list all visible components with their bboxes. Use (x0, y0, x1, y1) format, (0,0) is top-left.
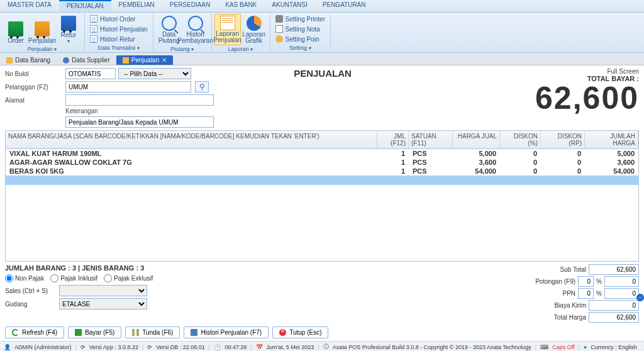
document-tabs: Data Barang Data Supplier Penjualan✕ (0, 53, 644, 65)
cart-green-icon (8, 21, 23, 36)
ribbon-histori-penjualan[interactable]: Histori Penjualan (87, 24, 150, 34)
magnify-icon (162, 16, 177, 31)
note-icon (275, 25, 283, 33)
ribbon-histori-retur[interactable]: Histori Retur (87, 34, 138, 44)
main-tabs: MASTER DATA PENJUALAN PEMBELIAN PERSEDIA… (0, 0, 644, 13)
close-icon[interactable]: ✕ (162, 57, 167, 64)
subtotal-value (589, 264, 639, 275)
report-icon (220, 16, 235, 30)
ribbon: Order Penjualan Retur▾ Penjualan ▾ Histo… (0, 13, 644, 53)
doc-tab-penjualan[interactable]: Penjualan✕ (116, 55, 173, 65)
tab-akuntansi[interactable]: AKUNTANSI (264, 0, 315, 12)
doc-tab-data-supplier[interactable]: Data Supplier (57, 55, 116, 65)
alamat-label: Alamat (5, 97, 62, 104)
refresh-icon (12, 329, 19, 336)
status-time: 09:47:28 (223, 344, 248, 350)
tab-kas-bank[interactable]: KAS BANK (218, 0, 264, 12)
coin-icon (275, 35, 283, 43)
gudang-label: Gudang (5, 301, 55, 308)
histori-button[interactable]: Histori Penjualan (F7) (184, 326, 269, 338)
money-icon (75, 329, 82, 336)
cart-orange-icon (35, 21, 50, 36)
pelanggan-lookup-button[interactable]: ⚲ (195, 81, 209, 92)
pelanggan-input[interactable] (65, 81, 191, 92)
biaya-val[interactable] (589, 300, 639, 311)
subtotal-label: Sub Total (560, 266, 586, 273)
page-icon (90, 15, 97, 23)
cart-blue-icon (61, 16, 76, 31)
square-icon (123, 57, 129, 64)
tutup-button[interactable]: Tutup (Esc) (272, 326, 328, 338)
ribbon-setting-poin[interactable]: Setting Poin (273, 34, 322, 44)
ribbon-penjualan[interactable]: Penjualan (29, 14, 55, 45)
status-currency: Currency : English (589, 344, 638, 350)
status-versi-app: Versi App : 3.0.8.22 (88, 344, 140, 350)
ribbon-setting-nota[interactable]: Setting Nota (273, 24, 323, 34)
full-screen-link[interactable]: Full Screen (375, 68, 639, 75)
grid-header: NAMA BARANG/JASA (SCAN BARCODE/KETIKKAN … (6, 131, 638, 149)
sales-label: Sales (Ctrl + S) (5, 287, 55, 294)
items-grid: NAMA BARANG/JASA (SCAN BARCODE/KETIKKAN … (5, 130, 639, 262)
status-user: ADMIN (Administrator) (13, 344, 73, 350)
doc-tab-data-barang[interactable]: Data Barang (0, 55, 57, 65)
refresh-button[interactable]: Refresh (F4) (5, 326, 64, 338)
status-versi-db: Versi DB : 22.08.01 (155, 344, 206, 350)
status-bar: 👤ADMIN (Administrator)| ⟳Versi App : 3.0… (0, 341, 644, 351)
magnify-icon (188, 16, 203, 31)
ribbon-histori-pembayaran[interactable]: Histori Pembayaran (182, 14, 209, 45)
status-date: Jum'at, 5 Mei 2023 (265, 344, 316, 350)
status-build: Axata POS Profesional Build 3.0.8 - Copy… (331, 344, 533, 350)
totalharga-label: Total Harga (554, 314, 586, 321)
person-icon (63, 57, 69, 64)
gudang-select[interactable]: ETALASE (59, 298, 147, 309)
info-badge-icon[interactable] (636, 294, 644, 301)
ppn-pct[interactable] (578, 288, 594, 299)
status-caps: Caps Off (551, 344, 575, 350)
page-icon (90, 35, 97, 43)
close-icon (279, 329, 286, 336)
radio-non-pajak[interactable]: Non Pajak (5, 274, 44, 282)
keterangan-input[interactable] (65, 116, 214, 128)
pie-chart-icon (247, 16, 262, 31)
tab-persediaan[interactable]: PERSEDIAAN (162, 0, 218, 12)
page-title: PENJUALAN (275, 68, 370, 128)
square-icon (6, 57, 13, 64)
tunda-button[interactable]: Tunda (F6) (125, 326, 180, 338)
potongan-val[interactable] (604, 276, 639, 287)
table-row[interactable]: AGAR-AGAR SWALLOW COKLAT 7G1PCS3,600003,… (6, 158, 638, 167)
potongan-pct[interactable] (578, 276, 594, 287)
no-bukti-label: No Bukti (5, 70, 62, 77)
potongan-label: Potongan (F9) (535, 278, 575, 285)
table-row-empty[interactable] (6, 176, 638, 185)
tab-penjualan[interactable]: PENJUALAN (59, 0, 111, 12)
ribbon-setting-printer[interactable]: Setting Printer (273, 14, 328, 24)
ribbon-histori-order[interactable]: Histori Order (87, 14, 138, 24)
history-icon (191, 329, 197, 336)
alamat-input[interactable] (65, 94, 214, 106)
ribbon-order[interactable]: Order (3, 14, 29, 45)
table-row[interactable]: VIXAL KUAT HARUM 190ML1PCS5,000005,000 (6, 149, 638, 158)
ppn-val[interactable] (604, 288, 639, 299)
lookup-icon: ⚲ (199, 82, 205, 91)
ppn-label: PPN (563, 290, 576, 297)
totalharga-val (589, 312, 639, 323)
printer-icon (275, 15, 283, 23)
radio-pajak-inklusif[interactable]: Pajak Inklusif (50, 274, 97, 282)
tab-pengaturan[interactable]: PENGATURAN (315, 0, 374, 12)
ribbon-retur[interactable]: Retur▾ (55, 14, 82, 45)
pause-icon (132, 329, 139, 336)
tab-pembelian[interactable]: PEMBELIAN (111, 0, 162, 12)
no-bukti-input[interactable] (65, 68, 116, 79)
table-row[interactable]: BERAS KOI 5KG1PCS54,0000054,000 (6, 167, 638, 176)
chevron-down-icon: ▾ (67, 38, 70, 44)
biaya-label: Biaya Kirim (554, 302, 586, 309)
tab-master-data[interactable]: MASTER DATA (0, 0, 59, 12)
ribbon-laporan-penjualan[interactable]: Laporan Penjualan (214, 14, 241, 45)
ribbon-laporan-grafik[interactable]: Laporan Grafik (241, 14, 267, 45)
keterangan-label: Keterangan (65, 108, 191, 114)
pilih-data-select[interactable]: -- Pilih Data -- (118, 68, 191, 79)
bayar-button[interactable]: Bayar (F5) (68, 326, 121, 338)
sales-select[interactable] (59, 285, 147, 296)
radio-pajak-exklusif[interactable]: Pajak Exklusif (104, 274, 153, 282)
jumlah-summary: JUMLAH BARANG : 3 | JENIS BARANG : 3 (5, 264, 153, 272)
